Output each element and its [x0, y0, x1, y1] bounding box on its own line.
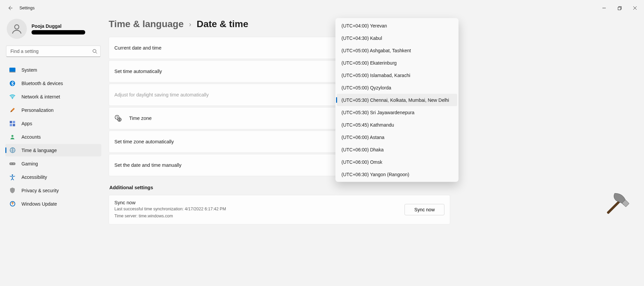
apps-icon — [9, 121, 15, 127]
shield-icon — [9, 188, 15, 194]
dd-item[interactable]: (UTC+04:00) Yerevan — [337, 19, 457, 32]
nav-apps[interactable]: Apps — [5, 117, 101, 130]
nav-label: Privacy & security — [21, 188, 59, 193]
dd-item[interactable]: (UTC+04:30) Kabul — [337, 32, 457, 44]
svg-point-15 — [13, 163, 14, 164]
svg-rect-10 — [13, 124, 15, 126]
dd-item[interactable]: (UTC+05:00) Ekaterinburg — [337, 57, 457, 69]
svg-rect-3 — [9, 68, 15, 72]
maximize-icon — [618, 6, 622, 10]
person-icon — [11, 23, 22, 34]
dd-item[interactable]: (UTC+06:30) Yangon (Rangoon) — [337, 168, 457, 181]
nav-personalization[interactable]: Personalization — [5, 104, 101, 116]
svg-rect-20 — [606, 201, 620, 214]
nav-privacy[interactable]: Privacy & security — [5, 184, 101, 197]
svg-point-2 — [93, 49, 96, 52]
nav-time-language[interactable]: Time & language — [5, 144, 101, 156]
svg-rect-9 — [10, 124, 12, 126]
sync-last: Last successful time synchronization: 4/… — [114, 206, 226, 212]
close-icon — [633, 6, 637, 10]
svg-rect-8 — [13, 121, 15, 123]
search-icon — [92, 49, 97, 54]
dd-item[interactable]: (UTC+06:00) Dhaka — [337, 143, 457, 156]
card-sync: Sync now Last successful time synchroniz… — [109, 195, 450, 224]
globe-clock-icon — [9, 147, 15, 153]
card-label: Adjust for daylight saving time automati… — [114, 92, 209, 97]
app-title: Settings — [19, 6, 35, 10]
svg-point-1 — [15, 25, 19, 29]
nav-label: Time & language — [21, 148, 57, 153]
svg-point-16 — [12, 174, 13, 175]
nav-label: Bluetooth & devices — [21, 81, 63, 86]
user-block[interactable]: Pooja Duggal — [5, 16, 101, 46]
nav: System Bluetooth & devices Network & int… — [5, 64, 101, 210]
nav-label: Accessibility — [21, 174, 47, 180]
brush-icon — [9, 107, 15, 113]
nav-bluetooth[interactable]: Bluetooth & devices — [5, 77, 101, 89]
svg-rect-7 — [10, 121, 12, 123]
accounts-icon — [9, 134, 15, 140]
nav-label: Network & internet — [21, 94, 60, 99]
user-name: Pooja Duggal — [32, 23, 85, 29]
system-icon — [9, 67, 15, 73]
dd-item[interactable]: (UTC+05:00) Ashgabat, Tashkent — [337, 44, 457, 57]
main: Time & language › Date & time Current da… — [104, 16, 644, 286]
card-label: Set time automatically — [114, 69, 162, 74]
user-text: Pooja Duggal — [32, 23, 85, 34]
avatar — [7, 19, 27, 39]
minimize-button[interactable] — [596, 3, 612, 13]
card-label: Set the date and time manually — [114, 162, 181, 168]
dd-item[interactable]: (UTC+05:45) Kathmandu — [337, 119, 457, 131]
sync-text: Sync now Last successful time synchroniz… — [114, 200, 226, 219]
nav-update[interactable]: Windows Update — [5, 198, 101, 210]
card-label: Time zone — [129, 116, 152, 121]
nav-accounts[interactable]: Accounts — [5, 131, 101, 143]
close-button[interactable] — [627, 3, 643, 13]
dd-item[interactable]: (UTC+05:00) Qyzylorda — [337, 81, 457, 94]
nav-network[interactable]: Network & internet — [5, 90, 101, 103]
gamepad-icon — [9, 161, 15, 167]
card-label: Set time zone automatically — [114, 139, 174, 144]
window-controls — [596, 3, 643, 13]
nav-gaming[interactable]: Gaming — [5, 157, 101, 170]
bluetooth-icon — [9, 80, 15, 86]
nav-label: Gaming — [21, 161, 38, 166]
nav-label: Windows Update — [21, 201, 57, 207]
chevron-right-icon: › — [189, 20, 192, 28]
svg-rect-4 — [9, 72, 15, 72]
sync-title: Sync now — [114, 200, 226, 205]
titlebar: Settings — [0, 0, 644, 16]
accessibility-icon — [9, 174, 15, 180]
sync-server: Time server: time.windows.com — [114, 213, 226, 219]
section-heading-additional: Additional settings — [109, 185, 451, 190]
dd-item[interactable]: (UTC+05:00) Islamabad, Karachi — [337, 69, 457, 81]
hammer-watermark-icon — [595, 183, 638, 225]
nav-label: Apps — [21, 121, 32, 126]
dd-item[interactable]: (UTC+06:00) Astana — [337, 131, 457, 143]
search-input[interactable] — [6, 46, 101, 57]
timezone-icon — [114, 115, 129, 122]
search-box — [6, 46, 101, 57]
svg-point-11 — [11, 135, 13, 137]
svg-point-14 — [11, 163, 11, 164]
dd-item[interactable]: (UTC+06:00) Omsk — [337, 156, 457, 168]
maximize-button[interactable] — [612, 3, 627, 13]
nav-label: Accounts — [21, 134, 41, 140]
breadcrumb-parent[interactable]: Time & language — [109, 19, 184, 29]
timezone-dropdown[interactable]: (UTC+04:00) Yerevan (UTC+04:30) Kabul (U… — [335, 18, 459, 182]
nav-label: Personalization — [21, 108, 54, 113]
svg-point-6 — [12, 98, 13, 99]
nav-system[interactable]: System — [5, 64, 101, 76]
card-label: Current date and time — [114, 45, 161, 51]
dd-item-selected[interactable]: (UTC+05:30) Chennai, Kolkata, Mumbai, Ne… — [337, 94, 457, 106]
back-button[interactable] — [3, 1, 17, 15]
svg-rect-0 — [618, 7, 621, 10]
dd-item[interactable]: (UTC+05:30) Sri Jayawardenepura — [337, 106, 457, 119]
sync-now-button[interactable]: Sync now — [405, 204, 444, 215]
nav-accessibility[interactable]: Accessibility — [5, 171, 101, 183]
update-icon — [9, 201, 15, 207]
page-title: Date & time — [197, 19, 248, 29]
minimize-icon — [602, 6, 606, 10]
arrow-left-icon — [7, 5, 13, 11]
svg-rect-13 — [9, 162, 15, 165]
